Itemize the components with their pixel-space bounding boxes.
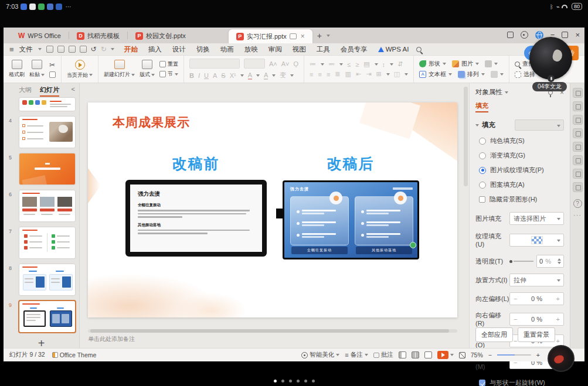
text-effect-button[interactable]: 变 <box>280 71 286 80</box>
menu-design[interactable]: 设计 <box>167 45 191 54</box>
menu-animation[interactable]: 动画 <box>215 45 239 54</box>
radio-pattern-fill[interactable]: 图案填充(A) <box>475 180 564 189</box>
menu-review[interactable]: 审阅 <box>263 45 287 54</box>
bold-button[interactable]: B <box>189 72 194 79</box>
spinner-control[interactable] <box>558 258 561 264</box>
collapse-panel-icon[interactable]: < <box>72 86 75 93</box>
font-color-caret-icon[interactable] <box>256 74 260 77</box>
normal-view-button[interactable] <box>399 351 406 358</box>
slide-title[interactable]: 本周成果展示 <box>113 114 190 131</box>
reset-background-button[interactable]: 重置背景 <box>518 327 555 342</box>
zoom-in-button[interactable]: + <box>536 351 540 358</box>
play-from-current-button[interactable]: 当页开始 <box>67 60 93 79</box>
qat-caret-icon[interactable] <box>111 48 114 50</box>
tab-outline[interactable]: 大纲 <box>19 86 32 94</box>
panel-title-caret-icon[interactable] <box>505 91 508 94</box>
underline-button[interactable]: U <box>204 72 209 79</box>
align-objects-icon[interactable]: ⊞ <box>376 70 382 78</box>
section-button[interactable]: 节 <box>159 70 178 78</box>
service-wheel-icon[interactable] <box>521 31 528 39</box>
font-color-button[interactable]: A <box>248 71 252 80</box>
restore-button[interactable] <box>562 32 568 38</box>
menu-slideshow[interactable]: 放映 <box>239 45 263 54</box>
after-label[interactable]: 改稿后 <box>292 154 409 173</box>
align-left-icon[interactable]: ≡ <box>310 71 314 78</box>
char-spacing-button[interactable]: A <box>213 72 217 79</box>
layout-mode-icon[interactable] <box>507 32 514 38</box>
tab-slides[interactable]: 幻灯片 <box>40 86 59 94</box>
reset-button[interactable]: 重置 <box>159 60 178 68</box>
tab-docer-template[interactable]: D 找稻壳模板 <box>69 28 127 43</box>
clear-format-icon[interactable]: Ǫ <box>294 60 299 67</box>
font-size-select[interactable] <box>244 59 265 69</box>
before-screenshot[interactable]: 强力去渍 全幅往复振动 其他振动落地 <box>125 180 267 257</box>
menu-member[interactable]: 会员专享 <box>335 45 373 54</box>
slide-thumbnail-4[interactable]: 4 <box>4 117 76 148</box>
slide-thumbnail-7[interactable]: 7 <box>4 227 76 258</box>
numbering-icon[interactable]: ≕ <box>328 60 335 68</box>
highlight-caret-icon[interactable] <box>272 74 276 77</box>
notes-placeholder[interactable]: 单击此处添加备注 <box>88 335 135 343</box>
webcam-bubble-top[interactable] <box>529 37 572 80</box>
arrange-button[interactable]: 排列 <box>458 70 485 78</box>
texture-fill-select[interactable] <box>509 234 564 247</box>
checkbox-hide-background[interactable]: 隐藏背景图形(H) <box>475 195 564 204</box>
save-icon[interactable] <box>46 46 53 53</box>
horizontal-scrollbar[interactable] <box>88 329 457 333</box>
after-screenshot[interactable]: 强力去渍 <box>283 180 419 259</box>
template-pane-icon[interactable] <box>573 169 583 179</box>
fill-section-caret-icon[interactable] <box>475 124 479 127</box>
grow-font-icon[interactable]: A˄ <box>269 60 277 67</box>
columns-icon[interactable]: ▤ <box>363 60 370 68</box>
placement-select[interactable]: 拉伸 <box>509 274 564 286</box>
align-right-icon[interactable]: ≡ <box>327 71 331 78</box>
selection-pane-icon[interactable] <box>573 115 583 125</box>
shrink-text-icon[interactable]: ⇤ <box>356 70 362 78</box>
picture-fill-select[interactable]: 请选择图片 <box>509 212 564 225</box>
format-painter-button[interactable]: 格式刷 <box>9 60 25 78</box>
fit-to-window-icon[interactable] <box>459 352 465 358</box>
menu-insert[interactable]: 插入 <box>143 45 167 54</box>
menu-view[interactable]: 视图 <box>287 45 311 54</box>
picture-button[interactable]: 图片 <box>452 60 479 68</box>
justify-icon[interactable]: ≣ <box>335 70 341 78</box>
transparency-slider[interactable] <box>509 260 533 263</box>
reading-view-button[interactable] <box>424 351 432 358</box>
textbox-button[interactable]: A文本框 <box>419 70 452 78</box>
help-icon[interactable]: ? <box>573 199 582 208</box>
numbering-caret-icon[interactable] <box>339 63 343 66</box>
layout-button[interactable]: 版式 <box>140 60 155 78</box>
redo-icon[interactable]: ↻ <box>101 45 107 53</box>
text-effect-caret-icon[interactable] <box>290 74 294 77</box>
bullets-icon[interactable]: ≔ <box>310 60 317 68</box>
menu-home[interactable]: 开始 <box>119 45 143 54</box>
zoom-out-button[interactable]: − <box>488 351 492 358</box>
animation-pane-icon[interactable] <box>573 101 583 111</box>
strikethrough-button[interactable]: S <box>221 72 225 79</box>
rotate-icon[interactable]: ◫ <box>394 70 400 78</box>
globe-icon[interactable] <box>535 31 543 39</box>
apply-all-button[interactable]: 全部应用 <box>475 327 513 342</box>
beautify-button[interactable]: 智能美化 <box>301 351 339 359</box>
cut-icon[interactable]: ✂ <box>49 61 56 69</box>
tab-close-icon[interactable]: × <box>301 32 305 40</box>
line-spacing-caret-icon[interactable] <box>390 63 393 66</box>
menu-tools[interactable]: 工具 <box>311 45 335 54</box>
indent-icon[interactable]: ≥ <box>355 61 359 68</box>
properties-panel-icon[interactable] <box>573 88 583 98</box>
slideshow-button[interactable] <box>437 351 454 359</box>
slide-thumbnail-5[interactable]: 5 <box>4 153 76 185</box>
superscript-button[interactable]: X¹ <box>230 72 236 79</box>
zoom-level[interactable]: 75% <box>471 351 483 358</box>
comment-bubble-icon[interactable] <box>290 33 297 39</box>
text-direction-icon[interactable]: ⇵ <box>397 60 403 68</box>
distribute-icon[interactable]: ▥ <box>345 70 352 78</box>
media-button[interactable] <box>485 60 498 67</box>
color-scheme-icon[interactable] <box>573 128 583 138</box>
sorter-view-button[interactable] <box>412 351 419 358</box>
new-slide-button[interactable]: 新建幻灯片 <box>104 60 135 78</box>
tab-active-pptx[interactable]: P 实习汇报.pptx × <box>229 29 312 43</box>
close-button[interactable]: × <box>575 30 580 39</box>
undo-icon[interactable]: ↺ <box>91 45 97 53</box>
search-icon[interactable] <box>416 47 422 52</box>
